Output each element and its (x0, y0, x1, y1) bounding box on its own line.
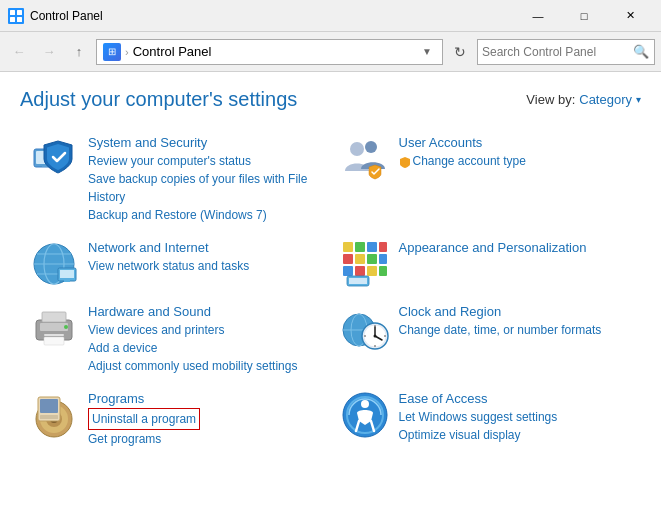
svg-rect-29 (379, 266, 387, 276)
svg-point-45 (373, 335, 376, 338)
svg-rect-22 (343, 254, 353, 264)
svg-rect-27 (355, 266, 365, 276)
view-by-chevron-icon[interactable]: ▾ (636, 94, 641, 105)
svg-point-8 (350, 142, 364, 156)
svg-rect-24 (367, 254, 377, 264)
svg-rect-1 (10, 10, 15, 15)
ease-text: Ease of Access Let Windows suggest setti… (399, 391, 632, 444)
maximize-button[interactable]: □ (561, 0, 607, 32)
up-button[interactable]: ↑ (66, 39, 92, 65)
clock-date-link[interactable]: Change date, time, or number formats (399, 321, 632, 339)
titlebar-title: Control Panel (30, 9, 515, 23)
view-by-container: View by: Category ▾ (526, 92, 641, 107)
panel-hardware: Hardware and Sound View devices and prin… (20, 296, 331, 383)
panel-clock: Clock and Region Change date, time, or n… (331, 296, 642, 383)
svg-rect-28 (367, 266, 377, 276)
svg-rect-57 (40, 415, 58, 419)
hardware-devices-link[interactable]: View devices and printers (88, 321, 321, 339)
ease-title[interactable]: Ease of Access (399, 391, 632, 406)
svg-rect-25 (379, 254, 387, 264)
clock-text: Clock and Region Change date, time, or n… (399, 304, 632, 339)
svg-rect-17 (64, 280, 70, 282)
network-status-link[interactable]: View network status and tasks (88, 257, 321, 275)
svg-rect-35 (44, 334, 64, 336)
view-by-label: View by: (526, 92, 575, 107)
panel-ease: Ease of Access Let Windows suggest setti… (331, 383, 642, 456)
clock-icon (341, 304, 389, 352)
svg-rect-34 (42, 312, 66, 322)
svg-rect-23 (355, 254, 365, 264)
user-accounts-text: User Accounts Change account type (399, 135, 632, 170)
programs-text: Programs Uninstall a program Get program… (88, 391, 321, 448)
refresh-button[interactable]: ↻ (447, 39, 473, 65)
svg-rect-26 (343, 266, 353, 276)
network-icon (30, 240, 78, 288)
svg-rect-56 (40, 399, 58, 413)
svg-rect-33 (40, 323, 68, 331)
system-review-link[interactable]: Review your computer's status (88, 152, 321, 170)
address-text: Control Panel (133, 44, 414, 59)
back-button[interactable]: ← (6, 39, 32, 65)
svg-point-9 (365, 141, 377, 153)
programs-title[interactable]: Programs (88, 391, 321, 406)
svg-rect-21 (379, 242, 387, 252)
system-restore-link[interactable]: Backup and Restore (Windows 7) (88, 206, 321, 224)
titlebar-controls: — □ ✕ (515, 0, 653, 32)
search-input[interactable] (482, 45, 632, 59)
ease-suggest-link[interactable]: Let Windows suggest settings (399, 408, 632, 426)
user-change-type-link[interactable]: Change account type (399, 152, 632, 170)
user-accounts-icon (341, 135, 389, 183)
panel-programs: Programs Uninstall a program Get program… (20, 383, 331, 456)
system-backup-link[interactable]: Save backup copies of your files with Fi… (88, 170, 321, 206)
address-icon (103, 43, 121, 61)
svg-rect-16 (60, 270, 74, 278)
svg-rect-37 (44, 337, 64, 345)
network-text: Network and Internet View network status… (88, 240, 321, 275)
user-accounts-title[interactable]: User Accounts (399, 135, 632, 150)
hardware-add-link[interactable]: Add a device (88, 339, 321, 357)
hardware-text: Hardware and Sound View devices and prin… (88, 304, 321, 375)
panel-appearance: Appearance and Personalization (331, 232, 642, 296)
address-separator: › (125, 46, 129, 58)
svg-rect-18 (343, 242, 353, 252)
appearance-title[interactable]: Appearance and Personalization (399, 240, 632, 255)
svg-rect-31 (349, 278, 367, 284)
content-area: Adjust your computer's settings View by:… (0, 72, 661, 472)
content-header: Adjust your computer's settings View by:… (20, 88, 641, 111)
page-title: Adjust your computer's settings (20, 88, 297, 111)
network-title[interactable]: Network and Internet (88, 240, 321, 255)
svg-point-60 (361, 400, 369, 408)
minimize-button[interactable]: — (515, 0, 561, 32)
panel-system-security: System and Security Review your computer… (20, 127, 331, 232)
programs-get-link[interactable]: Get programs (88, 430, 321, 448)
view-by-value[interactable]: Category (579, 92, 632, 107)
svg-point-36 (64, 325, 68, 329)
panels-grid: System and Security Review your computer… (20, 127, 641, 456)
search-icon-button[interactable]: 🔍 (632, 42, 650, 62)
system-security-icon (30, 135, 78, 183)
navbar: ← → ↑ › Control Panel ▼ ↻ 🔍 (0, 32, 661, 72)
hardware-icon (30, 304, 78, 352)
panel-network: Network and Internet View network status… (20, 232, 331, 296)
svg-rect-19 (355, 242, 365, 252)
system-security-text: System and Security Review your computer… (88, 135, 321, 224)
svg-rect-3 (10, 17, 15, 22)
panel-user-accounts: User Accounts Change account type (331, 127, 642, 232)
titlebar: Control Panel — □ ✕ (0, 0, 661, 32)
ease-icon (341, 391, 389, 439)
search-box: 🔍 (477, 39, 655, 65)
programs-icon (30, 391, 78, 439)
forward-button[interactable]: → (36, 39, 62, 65)
ease-optimize-link[interactable]: Optimize visual display (399, 426, 632, 444)
address-bar: › Control Panel ▼ (96, 39, 443, 65)
system-security-title[interactable]: System and Security (88, 135, 321, 150)
svg-rect-4 (17, 17, 22, 22)
clock-title[interactable]: Clock and Region (399, 304, 632, 319)
hardware-title[interactable]: Hardware and Sound (88, 304, 321, 319)
appearance-text: Appearance and Personalization (399, 240, 632, 257)
programs-uninstall-link[interactable]: Uninstall a program (88, 408, 200, 430)
titlebar-icon (8, 8, 24, 24)
close-button[interactable]: ✕ (607, 0, 653, 32)
hardware-mobility-link[interactable]: Adjust commonly used mobility settings (88, 357, 321, 375)
address-chevron[interactable]: ▼ (418, 44, 436, 59)
